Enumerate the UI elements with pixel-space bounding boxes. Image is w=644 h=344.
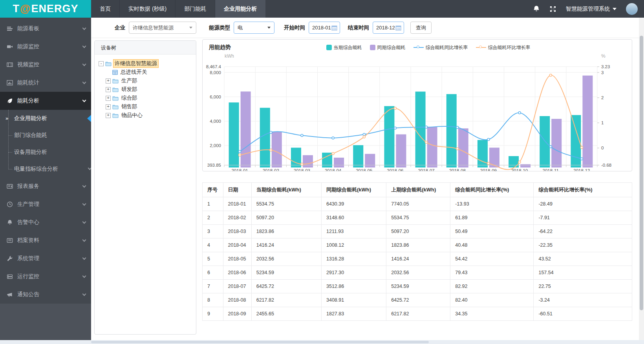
sidebar-item-archives[interactable]: 档案资料 — [0, 231, 91, 249]
tree-node[interactable]: -许继信息智慧能源 — [99, 59, 194, 68]
sidebar-item-system-management[interactable]: 系统管理 — [0, 249, 91, 268]
tree-expand-toggle[interactable]: + — [106, 87, 111, 92]
legend-item[interactable]: 当期综合能耗 — [326, 44, 362, 51]
legend-item[interactable]: 综合能耗同比增长率 — [413, 44, 468, 51]
table-cell: 3512.86 — [322, 280, 386, 293]
tree-expand-toggle[interactable]: + — [106, 78, 111, 84]
logo-leaf-icon: @ — [20, 3, 31, 15]
chevron-down-icon — [82, 202, 86, 206]
chevron-down-icon — [613, 8, 617, 10]
sidebar-subitem-device-energy-analysis[interactable]: 设备用能分析 — [0, 144, 91, 160]
table-header-cell: 当期综合能耗(kWh) — [251, 183, 321, 197]
sidebar-item-video-monitoring[interactable]: 视频监控 — [0, 56, 91, 74]
sidebar-item-operation-monitoring[interactable]: 运行监控 — [0, 268, 91, 286]
tab-enterprise-energy-analysis[interactable]: 企业用能分析 — [215, 0, 265, 18]
start-date-input[interactable]: 2018-01 — [309, 22, 340, 34]
tree-node-label[interactable]: 综合部 — [120, 94, 139, 102]
device-tree-title: 设备树 — [95, 41, 196, 55]
table-cell: 2018-03 — [223, 225, 251, 238]
table-cell: 1316.28 — [322, 252, 386, 266]
svg-text:8,467.4: 8,467.4 — [206, 64, 221, 69]
tree-node-label[interactable]: 研发部 — [120, 86, 139, 93]
tree-node-label[interactable]: 生产部 — [120, 77, 139, 85]
sidebar-item-alarm-center[interactable]: 告警中心 — [0, 213, 91, 231]
tree-expand-toggle[interactable]: + — [106, 113, 111, 118]
tree-node[interactable]: +研发部 — [99, 85, 194, 94]
vertical-scrollbar-thumb[interactable] — [640, 36, 643, 310]
chevron-down-icon — [82, 220, 86, 224]
tree-node-label[interactable]: 物品中心 — [120, 111, 144, 119]
table-cell: 157.54 — [534, 266, 632, 280]
chart-legend: 当期综合能耗同期综合能耗综合能耗同比增长率综合能耗环比增长率 — [231, 44, 626, 51]
svg-text:2018-01: 2018-01 — [231, 168, 248, 171]
end-date-input[interactable]: 2018-12 — [373, 22, 404, 34]
table-cell: -13.93 — [450, 197, 534, 211]
table-cell: 5534.75 — [251, 197, 321, 211]
legend-item[interactable]: 综合能耗环比增长率 — [476, 44, 531, 51]
table-row: 22018-025097.203148.605534.7561.89-7.91 — [203, 211, 632, 225]
table-cell: 6 — [203, 266, 223, 280]
avatar[interactable] — [626, 3, 638, 15]
table-cell: 2917.30 — [322, 266, 386, 280]
folder-icon — [112, 104, 119, 109]
energy-table: 序号日期当期综合能耗(kWh)同期综合能耗(kWh)上期综合能耗(kWh)综合能… — [202, 182, 632, 321]
query-button[interactable]: 查询 — [410, 22, 432, 34]
company-select[interactable]: 许继信息智慧能源 — [129, 22, 196, 34]
fullscreen-icon[interactable] — [549, 5, 556, 13]
tree-expand-toggle[interactable]: + — [106, 104, 111, 109]
tree-node[interactable]: +生产部 — [99, 76, 194, 85]
table-cell: 7740.05 — [386, 197, 450, 211]
sidebar-item-energy-monitoring[interactable]: 能源监控 — [0, 38, 91, 56]
folder-icon — [105, 61, 112, 66]
table-cell: 61.89 — [450, 211, 534, 225]
tab-home[interactable]: 首页 — [91, 0, 119, 18]
table-cell: 1 — [203, 197, 223, 211]
table-cell: 7 — [203, 280, 223, 293]
tab-realtime-data[interactable]: 实时数据 (秒级) — [119, 0, 175, 18]
svg-text:2018-02: 2018-02 — [263, 168, 279, 171]
legend-item[interactable]: 同期综合能耗 — [370, 44, 406, 51]
sidebar-item-report-service[interactable]: 报表服务 — [0, 177, 91, 195]
sidebar-subitem-enterprise-energy-analysis[interactable]: »企业用能分析 — [0, 110, 91, 127]
sidebar-item-notices[interactable]: 通知公告 — [0, 286, 91, 304]
table-cell: 6425.72 — [386, 293, 450, 307]
sidebar-subitem-label: 设备用能分析 — [14, 149, 47, 156]
tree-node[interactable]: +综合部 — [99, 94, 194, 102]
tree-node-label[interactable]: 销售部 — [120, 103, 139, 111]
table-cell: 79.43 — [450, 266, 534, 280]
chevron-down-icon — [82, 98, 86, 102]
sidebar-item-production-management[interactable]: 生产管理 — [0, 195, 91, 213]
tree-node[interactable]: +销售部 — [99, 102, 194, 111]
sidebar-subitem-power-indicator-analysis[interactable]: 电量指标综合分析 — [0, 160, 91, 177]
svg-text:3: 3 — [601, 70, 604, 75]
svg-text:2018-09: 2018-09 — [480, 168, 497, 171]
sidebar-subitem-department-comprehensive-energy[interactable]: 部门综合能耗 — [0, 127, 91, 144]
sidebar-item-energy-stats[interactable]: 能耗统计 — [0, 74, 91, 92]
sidebar-item-energy-analysis[interactable]: 能耗分析 — [0, 92, 91, 110]
energy-type-select[interactable]: 电 — [234, 22, 274, 34]
table-cell: -28.49 — [534, 197, 632, 211]
notification-bell-icon[interactable] — [533, 5, 540, 13]
tree-node[interactable]: 总进线开关 — [99, 68, 194, 76]
table-cell: 2018-01 — [223, 197, 251, 211]
vertical-scrollbar[interactable] — [639, 18, 644, 340]
system-menu[interactable]: 智慧能源管理系统 — [566, 5, 617, 13]
horizontal-scrollbar[interactable] — [0, 340, 644, 344]
table-cell: 2018-08 — [223, 293, 251, 307]
table-cell: 1416.24 — [251, 238, 321, 252]
table-cell: -60.51 — [534, 307, 632, 321]
sidebar-item-label: 能源监控 — [17, 43, 39, 50]
svg-text:2018-11: 2018-11 — [543, 168, 559, 171]
tree-expand-toggle[interactable]: - — [99, 61, 104, 66]
tree-expand-toggle[interactable]: + — [106, 96, 111, 101]
tree-node-label[interactable]: 许继信息智慧能源 — [113, 59, 159, 68]
tab-department-energy[interactable]: 部门能耗 — [175, 0, 215, 18]
table-cell: 2018-02 — [223, 211, 251, 225]
logo-text-prefix: T — [13, 3, 20, 15]
tree-node-label[interactable]: 总进线开关 — [119, 68, 148, 76]
clock-icon — [7, 201, 13, 207]
tree-node[interactable]: +物品中心 — [99, 111, 194, 120]
horizontal-scrollbar-thumb[interactable] — [91, 341, 429, 343]
sidebar-item-energy-dashboard[interactable]: 能源看板 — [0, 20, 91, 38]
legend-line-marker — [476, 47, 486, 48]
